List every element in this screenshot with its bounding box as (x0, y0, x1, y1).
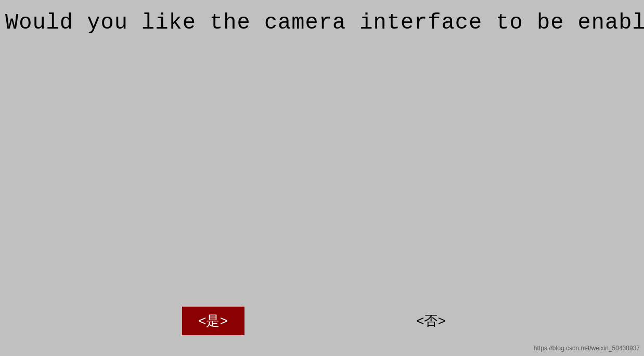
question-text: Would you like the camera interface to b… (5, 10, 644, 35)
watermark: https://blog.csdn.net/weixin_50438937 (534, 345, 640, 352)
buttons-container: <是> <否> (0, 307, 644, 335)
no-button[interactable]: <否> (400, 307, 462, 335)
yes-button[interactable]: <是> (182, 307, 244, 335)
